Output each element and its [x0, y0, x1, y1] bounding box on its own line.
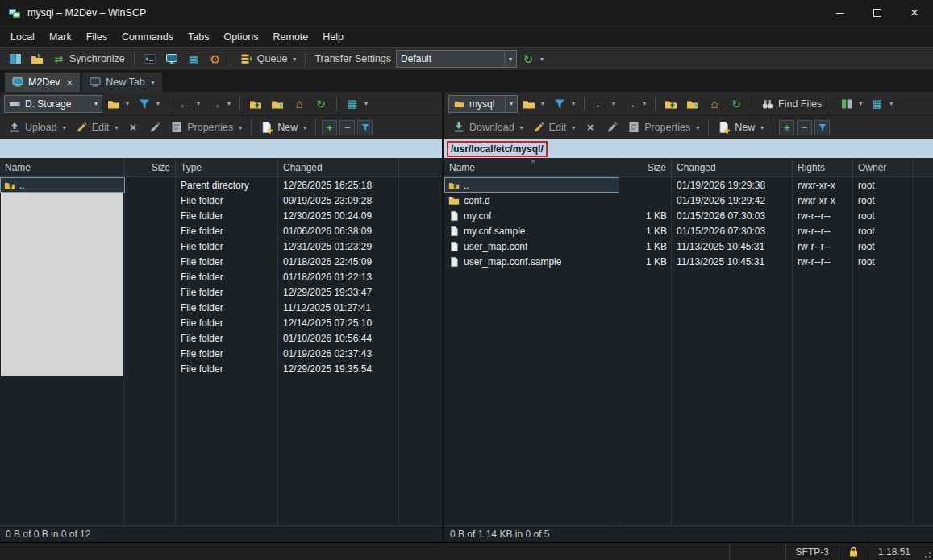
- properties-button[interactable]: Properties▾: [623, 117, 703, 138]
- find-files-button[interactable]: Find Files: [757, 93, 826, 114]
- rename-button[interactable]: [144, 117, 165, 138]
- rename-button[interactable]: [602, 117, 623, 138]
- delete-button[interactable]: ×: [580, 117, 601, 138]
- local-path-bar[interactable]: [0, 139, 442, 158]
- column-header-size[interactable]: Size: [125, 158, 176, 176]
- panel-columns-button[interactable]: ▦▾: [867, 93, 897, 114]
- encryption-indicator[interactable]: [839, 543, 868, 560]
- file-size: [125, 208, 176, 223]
- remote-directory-select[interactable]: mysql▾: [448, 95, 518, 113]
- tab-m2dev[interactable]: M2Dev ×: [5, 73, 80, 92]
- select-add-button[interactable]: +: [322, 120, 337, 135]
- open-directory-button[interactable]: ▾: [103, 93, 133, 114]
- forward-button[interactable]: →▾: [205, 93, 235, 114]
- file-row[interactable]: user_map.conf1 KB11/13/2025 10:45:31rw-r…: [444, 239, 933, 254]
- column-header-changed[interactable]: Changed: [278, 158, 399, 176]
- filter-button[interactable]: ▾: [134, 93, 164, 114]
- upload-button[interactable]: Upload▾: [4, 117, 70, 138]
- parent-directory-button[interactable]: [245, 93, 266, 114]
- column-header-changed[interactable]: Changed: [672, 158, 793, 176]
- transfer-settings-select[interactable]: Default▾: [396, 50, 517, 68]
- root-directory-button[interactable]: [682, 93, 703, 114]
- menu-files[interactable]: Files: [79, 27, 115, 47]
- file-size: [125, 254, 176, 269]
- home-directory-button[interactable]: ⌂: [289, 93, 310, 114]
- maximize-button[interactable]: [859, 0, 896, 26]
- delete-x-icon: ×: [584, 122, 597, 133]
- menu-remote[interactable]: Remote: [266, 27, 316, 47]
- column-header-owner[interactable]: Owner: [853, 158, 914, 176]
- file-row[interactable]: user_map.conf.sample1 KB11/13/2025 10:45…: [444, 254, 933, 269]
- synchronize-label: Synchronize: [69, 53, 125, 64]
- selection-filter-button[interactable]: [357, 120, 373, 135]
- menu-options[interactable]: Options: [216, 27, 265, 47]
- open-session-button[interactable]: [161, 48, 182, 69]
- file-row[interactable]: ..Parent directory12/26/2025 16:25:18: [0, 177, 442, 193]
- toolbar-separator: [831, 96, 831, 112]
- select-add-button[interactable]: +: [779, 120, 794, 135]
- menu-tabs[interactable]: Tabs: [181, 27, 216, 47]
- menu-mark[interactable]: Mark: [42, 27, 79, 47]
- minimize-button[interactable]: [822, 0, 859, 26]
- rename-pencil-icon: [606, 121, 619, 134]
- menu-local[interactable]: Local: [3, 27, 42, 47]
- column-header-name[interactable]: Name: [0, 158, 125, 176]
- commander-view-button[interactable]: [5, 48, 26, 69]
- new-button[interactable]: New▾: [714, 117, 768, 138]
- file-row[interactable]: ..01/19/2026 19:29:38rwxr-xr-xroot: [444, 177, 933, 193]
- panel-layout-button[interactable]: ▾: [836, 93, 866, 114]
- synchronize-button[interactable]: ⇄Synchronize: [48, 48, 129, 69]
- transfer-options-button[interactable]: ↻▾: [518, 48, 548, 69]
- file-size: [125, 330, 176, 346]
- column-header-type[interactable]: Type: [176, 158, 278, 176]
- find-files-label: Find Files: [778, 98, 822, 110]
- edit-label: Edit: [549, 122, 567, 133]
- close-tab-icon[interactable]: ×: [67, 77, 73, 89]
- download-button[interactable]: Download▾: [448, 117, 527, 138]
- filter-button[interactable]: ▾: [549, 93, 579, 114]
- local-file-list[interactable]: ..Parent directory12/26/2025 16:25:18Fil…: [0, 177, 442, 525]
- forward-button[interactable]: →▾: [620, 93, 650, 114]
- console-button[interactable]: [140, 48, 160, 69]
- column-header-rights[interactable]: Rights: [793, 158, 853, 176]
- session-duration[interactable]: 1:18:51: [868, 543, 920, 560]
- home-directory-button[interactable]: ⌂: [704, 93, 725, 114]
- refresh-button[interactable]: ↻: [310, 93, 331, 114]
- selection-filter-button[interactable]: [814, 120, 830, 135]
- column-header-size[interactable]: Size: [619, 158, 672, 176]
- column-header-name[interactable]: Name^: [444, 158, 619, 176]
- remote-path-bar[interactable]: /usr/local/etc/mysql/: [444, 139, 933, 158]
- file-row[interactable]: conf.d01/19/2026 19:29:42rwxr-xr-xroot: [444, 193, 933, 208]
- queue-button[interactable]: Queue▾: [236, 48, 301, 69]
- back-button[interactable]: ←▾: [589, 93, 619, 114]
- open-directory-button[interactable]: ▾: [519, 93, 548, 114]
- edit-button[interactable]: Edit▾: [528, 117, 580, 138]
- select-remove-button[interactable]: −: [797, 120, 812, 135]
- file-row[interactable]: my.cnf1 KB01/15/2026 07:30:03rw-r--r--ro…: [444, 208, 933, 223]
- chevron-down-icon: ▾: [156, 100, 160, 107]
- preferences-button[interactable]: ⚙: [205, 48, 226, 69]
- menu-help[interactable]: Help: [315, 27, 351, 47]
- edit-button[interactable]: Edit▾: [71, 117, 123, 138]
- new-button[interactable]: New▾: [256, 117, 310, 138]
- tab-new-tab[interactable]: New Tab ▾: [82, 73, 161, 92]
- menu-commands[interactable]: Commands: [115, 27, 181, 47]
- synchronize-browsing-button[interactable]: ▦: [183, 48, 204, 69]
- select-remove-button[interactable]: −: [339, 120, 355, 135]
- refresh-button[interactable]: ↻: [726, 93, 747, 114]
- close-button[interactable]: ×: [896, 0, 933, 26]
- upload-icon: [8, 121, 21, 134]
- local-drive-select[interactable]: D: Storage▾: [4, 95, 102, 113]
- remote-file-list[interactable]: ..01/19/2026 19:29:38rwxr-xr-xrootconf.d…: [444, 177, 933, 525]
- parent-directory-button[interactable]: [660, 93, 681, 114]
- file-row[interactable]: my.cnf.sample1 KB01/15/2026 07:30:03rw-r…: [444, 223, 933, 239]
- explorer-view-button[interactable]: [27, 48, 48, 69]
- delete-button[interactable]: ×: [123, 117, 144, 138]
- resize-grip[interactable]: [920, 543, 933, 560]
- panel-columns-button[interactable]: ▦▾: [342, 93, 372, 114]
- root-directory-button[interactable]: [267, 93, 288, 114]
- protocol-indicator[interactable]: SFTP-3: [785, 543, 839, 560]
- back-button[interactable]: ←▾: [174, 93, 204, 114]
- properties-button[interactable]: Properties▾: [166, 117, 246, 138]
- transfer-settings-button[interactable]: Transfer Settings: [310, 48, 395, 69]
